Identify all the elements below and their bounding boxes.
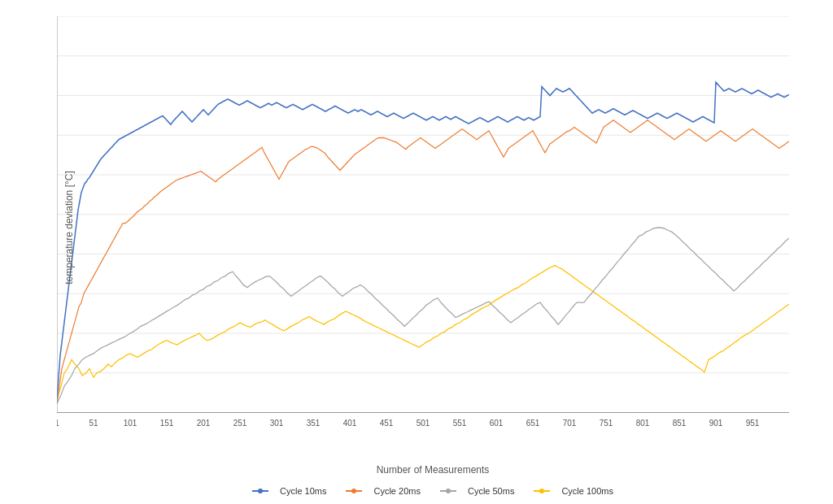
svg-text:901: 901 — [709, 418, 723, 427]
x-axis-label: Number of Measurements — [377, 464, 490, 476]
legend-label-20ms: Cycle 20ms — [373, 486, 420, 496]
x-axis-labels: 1 51 101 151 201 251 301 351 401 451 501… — [57, 418, 760, 427]
svg-point-48 — [351, 489, 356, 493]
chart-legend: Cycle 10ms Cycle 20ms Cycle 50ms — [252, 486, 613, 496]
svg-text:1: 1 — [57, 418, 59, 427]
y-axis-label: temperature deviation [°C] — [63, 171, 75, 285]
svg-text:101: 101 — [124, 418, 137, 427]
svg-text:251: 251 — [233, 418, 247, 427]
legend-cycle-20ms: Cycle 20ms — [346, 486, 420, 496]
chart-svg: 0 0,03 0,06 0,09 0,12 0,15 0,18 0,21 0,2… — [57, 16, 809, 439]
legend-label-10ms: Cycle 10ms — [280, 486, 326, 496]
svg-text:351: 351 — [307, 418, 321, 427]
svg-text:201: 201 — [197, 418, 211, 427]
legend-line-10ms — [252, 487, 275, 495]
svg-text:301: 301 — [270, 418, 284, 427]
cycle-100ms-line — [57, 266, 789, 400]
svg-text:51: 51 — [89, 418, 98, 427]
svg-text:851: 851 — [673, 418, 687, 427]
legend-line-20ms — [346, 487, 369, 495]
svg-text:801: 801 — [636, 418, 650, 427]
svg-text:551: 551 — [453, 418, 467, 427]
chart-area: temperature deviation [°C] Number of Mea… — [57, 16, 809, 439]
legend-cycle-10ms: Cycle 10ms — [252, 486, 326, 496]
svg-point-46 — [258, 489, 263, 493]
legend-cycle-50ms: Cycle 50ms — [440, 486, 514, 496]
chart-container: temperature deviation [°C] Number of Mea… — [0, 0, 833, 504]
legend-cycle-100ms: Cycle 100ms — [534, 486, 613, 496]
legend-label-50ms: Cycle 50ms — [468, 486, 514, 496]
svg-text:501: 501 — [416, 418, 430, 427]
svg-text:401: 401 — [343, 418, 357, 427]
svg-text:951: 951 — [746, 418, 760, 427]
svg-text:701: 701 — [563, 418, 577, 427]
legend-line-100ms — [534, 487, 556, 495]
svg-text:151: 151 — [160, 418, 174, 427]
legend-line-50ms — [440, 487, 463, 495]
svg-text:751: 751 — [600, 418, 613, 427]
svg-point-52 — [539, 489, 544, 493]
svg-text:601: 601 — [490, 418, 504, 427]
legend-label-100ms: Cycle 100ms — [561, 486, 613, 496]
svg-point-50 — [446, 489, 451, 493]
cycle-20ms-line — [57, 120, 789, 404]
cycle-10ms-line — [57, 82, 789, 399]
svg-text:451: 451 — [380, 418, 394, 427]
svg-text:651: 651 — [526, 418, 540, 427]
